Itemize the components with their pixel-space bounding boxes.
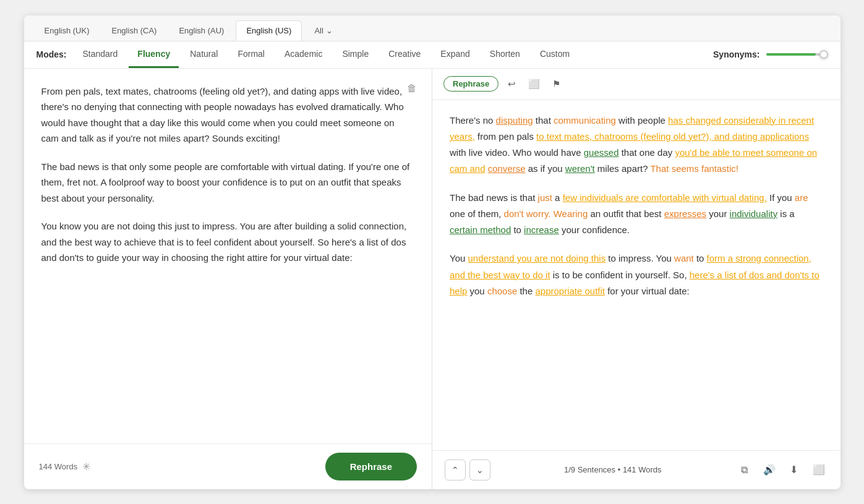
right-para-2: The bad news is that just a few individu…	[450, 190, 823, 239]
language-tabs: English (UK) English (CA) English (AU) E…	[24, 15, 840, 41]
right-panel: Rephrase ↩ ⬜ ⚑ There's no disputing that…	[432, 69, 840, 489]
download-icon[interactable]: ⬇	[785, 461, 803, 479]
undo-icon[interactable]: ↩	[502, 75, 521, 93]
nav-buttons: ⌃ ⌄	[445, 459, 490, 481]
mode-simple[interactable]: Simple	[333, 41, 377, 68]
lang-tab-en-uk[interactable]: English (UK)	[34, 20, 100, 41]
all-dropdown[interactable]: All ⌄	[308, 22, 338, 39]
modes-label: Modes:	[36, 49, 67, 59]
footer-actions: ⧉ 🔊 ⬇ ⬜	[735, 461, 828, 479]
left-para-2: The bad news is that only some people ar…	[41, 159, 415, 207]
rephrase-button[interactable]: Rephrase	[325, 453, 417, 481]
audio-icon[interactable]: 🔊	[760, 461, 779, 479]
mode-expand[interactable]: Expand	[432, 41, 478, 68]
lang-tab-en-us[interactable]: English (US)	[236, 20, 302, 41]
lang-tab-en-au[interactable]: English (AU)	[168, 20, 234, 41]
synonyms-slider[interactable]	[766, 53, 828, 56]
lang-tab-en-ca[interactable]: English (CA)	[101, 20, 167, 41]
delete-icon[interactable]: 🗑	[403, 80, 421, 97]
copy-all-icon[interactable]: ⬜	[810, 461, 828, 479]
compare-icon[interactable]: ⧉	[735, 461, 754, 479]
mode-academic[interactable]: Academic	[276, 41, 331, 68]
synonyms-label: Synonyms:	[713, 49, 759, 59]
mode-custom[interactable]: Custom	[531, 41, 578, 68]
main-content: From pen pals, text mates, chatrooms (fe…	[24, 69, 840, 489]
synonyms-section: Synonyms:	[713, 49, 828, 59]
modes-bar: Modes: Standard Fluency Natural Formal A…	[24, 41, 840, 69]
left-text-area[interactable]: From pen pals, text mates, chatrooms (fe…	[24, 69, 432, 443]
right-footer: ⌃ ⌄ 1/9 Sentences • 141 Words ⧉ 🔊 ⬇ ⬜	[432, 450, 840, 489]
prev-sentence-btn[interactable]: ⌃	[445, 459, 466, 481]
sentence-info: 1/9 Sentences • 141 Words	[564, 465, 662, 474]
mode-natural[interactable]: Natural	[181, 41, 226, 68]
right-toolbar: Rephrase ↩ ⬜ ⚑	[432, 69, 840, 100]
word-count: 144 Words ✳	[39, 461, 91, 472]
mode-creative[interactable]: Creative	[380, 41, 429, 68]
right-text-area: There's no disputing that communicating …	[432, 100, 840, 450]
mode-fluency[interactable]: Fluency	[129, 41, 179, 68]
flag-icon[interactable]: ⚑	[547, 75, 565, 93]
right-para-3: You understand you are not doing this to…	[450, 250, 823, 299]
left-para-1: From pen pals, text mates, chatrooms (fe…	[41, 83, 415, 147]
mode-shorten[interactable]: Shorten	[481, 41, 529, 68]
left-footer: 144 Words ✳ Rephrase	[24, 443, 432, 489]
rephrase-tag[interactable]: Rephrase	[443, 76, 498, 92]
mode-formal[interactable]: Formal	[229, 41, 273, 68]
right-para-1: There's no disputing that communicating …	[450, 113, 823, 177]
copy-icon[interactable]: ⬜	[524, 75, 543, 93]
left-panel: From pen pals, text mates, chatrooms (fe…	[24, 69, 433, 489]
mode-standard[interactable]: Standard	[74, 41, 127, 68]
next-sentence-btn[interactable]: ⌄	[469, 459, 490, 481]
snowflake-icon[interactable]: ✳	[82, 461, 90, 472]
left-para-3: You know you are not doing this just to …	[41, 218, 415, 266]
